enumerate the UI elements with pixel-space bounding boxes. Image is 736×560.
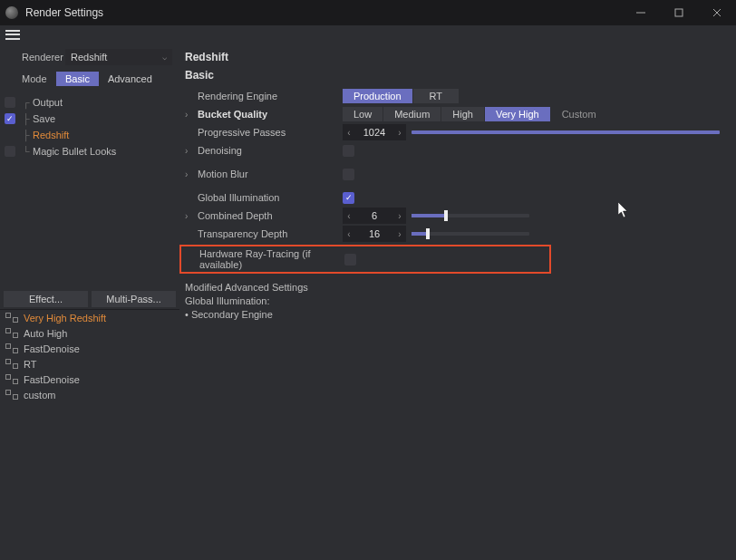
advanced-settings-text: Modified Advanced Settings Global Illumi… bbox=[185, 281, 731, 322]
increment-icon[interactable]: › bbox=[393, 128, 406, 138]
preset-icon bbox=[5, 390, 18, 400]
hwrt-checkbox[interactable] bbox=[344, 254, 356, 266]
preset-item[interactable]: Auto High bbox=[0, 325, 179, 341]
renderer-value: Redshift bbox=[71, 52, 107, 63]
renderer-dropdown[interactable]: Redshift ⌵ bbox=[65, 49, 172, 65]
settings-tree: ┌ Output ├ Save ├ Redshift └ Magic Bulle… bbox=[0, 94, 179, 159]
pane-header: Redshift bbox=[185, 51, 731, 63]
preset-item[interactable]: FastDenoise bbox=[0, 372, 179, 387]
transparency-label: Transparency Depth bbox=[198, 228, 343, 239]
denoising-checkbox[interactable] bbox=[343, 145, 354, 157]
mode-tab-advanced[interactable]: Advanced bbox=[99, 72, 161, 86]
motionblur-checkbox[interactable] bbox=[343, 169, 354, 180]
quality-custom[interactable]: Custom bbox=[551, 107, 607, 121]
hwrt-label: Hardware Ray-Tracing (if available) bbox=[199, 248, 344, 270]
gi-label: Global Illumination bbox=[198, 192, 343, 203]
quality-veryhigh[interactable]: Very High bbox=[485, 107, 550, 121]
quality-medium[interactable]: Medium bbox=[383, 107, 441, 121]
engine-rt[interactable]: RT bbox=[413, 89, 459, 103]
preset-item[interactable]: RT bbox=[0, 356, 179, 372]
window-title: Render Settings bbox=[25, 6, 622, 19]
transparency-slider[interactable] bbox=[412, 232, 529, 236]
preset-icon bbox=[5, 328, 18, 338]
mode-label: Mode bbox=[22, 73, 56, 84]
minimize-button[interactable] bbox=[622, 0, 660, 25]
rendering-engine-label: Rendering Engine bbox=[198, 91, 343, 101]
expand-icon[interactable]: › bbox=[185, 110, 198, 120]
checkbox[interactable] bbox=[5, 97, 15, 108]
right-panel: Redshift Basic Rendering Engine Producti… bbox=[179, 43, 736, 560]
motionblur-label: Motion Blur bbox=[198, 169, 343, 179]
quality-high[interactable]: High bbox=[441, 107, 484, 121]
progressive-field[interactable]: ‹ 1024 › bbox=[343, 124, 406, 140]
preset-icon bbox=[5, 313, 18, 323]
app-icon bbox=[5, 6, 18, 19]
expand-icon[interactable]: › bbox=[185, 169, 198, 179]
combined-field[interactable]: ‹ 6 › bbox=[343, 208, 406, 224]
denoising-label: Denoising bbox=[198, 145, 343, 156]
decrement-icon[interactable]: ‹ bbox=[343, 211, 355, 221]
renderer-label: Renderer bbox=[22, 52, 65, 63]
effect-button[interactable]: Effect... bbox=[4, 291, 88, 307]
quality-segmented: Low Medium High Very High Custom bbox=[343, 107, 608, 121]
progressive-slider[interactable] bbox=[412, 130, 720, 134]
transparency-value: 16 bbox=[355, 228, 393, 239]
chevron-down-icon: ⌵ bbox=[162, 53, 167, 62]
multipass-button[interactable]: Multi-Pass... bbox=[92, 291, 176, 307]
bucket-quality-label: Bucket Quality bbox=[198, 109, 343, 120]
decrement-icon[interactable]: ‹ bbox=[343, 229, 355, 239]
engine-production[interactable]: Production bbox=[343, 89, 412, 103]
progressive-value: 1024 bbox=[355, 127, 393, 138]
preset-item[interactable]: FastDenoise bbox=[0, 341, 179, 356]
svg-rect-1 bbox=[675, 9, 683, 16]
expand-icon[interactable]: › bbox=[185, 211, 198, 221]
engine-segmented: Production RT bbox=[343, 89, 460, 103]
menu-icon[interactable] bbox=[5, 30, 20, 40]
combined-slider[interactable] bbox=[412, 214, 529, 217]
preset-list: Very High Redshift Auto High FastDenoise… bbox=[0, 309, 179, 402]
mode-tab-basic[interactable]: Basic bbox=[56, 72, 99, 86]
checkbox[interactable] bbox=[5, 146, 15, 157]
highlight-box: Hardware Ray-Tracing (if available) bbox=[179, 245, 551, 274]
sub-header: Basic bbox=[185, 69, 731, 82]
left-panel: Renderer Redshift ⌵ Mode Basic Advanced … bbox=[0, 43, 179, 560]
preset-icon bbox=[5, 374, 18, 384]
tree-item-magicbullet[interactable]: └ Magic Bullet Looks bbox=[0, 143, 179, 159]
decrement-icon[interactable]: ‹ bbox=[343, 128, 355, 138]
maximize-button[interactable] bbox=[660, 0, 698, 25]
gi-checkbox[interactable] bbox=[343, 192, 354, 204]
expand-icon[interactable]: › bbox=[185, 146, 198, 156]
transparency-field[interactable]: ‹ 16 › bbox=[343, 226, 406, 242]
preset-icon bbox=[5, 359, 18, 369]
titlebar: Render Settings bbox=[0, 0, 736, 25]
preset-item[interactable]: custom bbox=[0, 387, 179, 402]
close-button[interactable] bbox=[698, 0, 736, 25]
increment-icon[interactable]: › bbox=[393, 211, 406, 221]
menubar bbox=[0, 25, 736, 43]
combined-value: 6 bbox=[355, 210, 393, 221]
progressive-label: Progressive Passes bbox=[198, 127, 343, 138]
combined-label: Combined Depth bbox=[198, 210, 343, 221]
preset-item[interactable]: Very High Redshift bbox=[0, 310, 179, 325]
tree-item-redshift[interactable]: ├ Redshift bbox=[0, 127, 179, 143]
increment-icon[interactable]: › bbox=[393, 229, 406, 239]
checkbox[interactable] bbox=[5, 113, 15, 124]
quality-low[interactable]: Low bbox=[343, 107, 383, 121]
tree-item-output[interactable]: ┌ Output bbox=[0, 94, 179, 111]
tree-item-save[interactable]: ├ Save bbox=[0, 111, 179, 127]
preset-icon bbox=[5, 343, 18, 353]
